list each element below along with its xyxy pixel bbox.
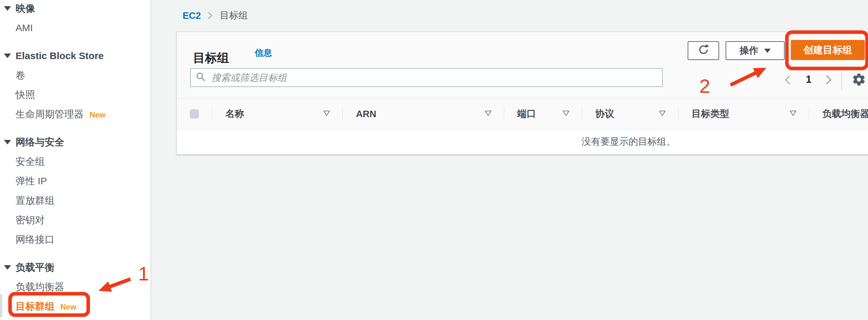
create-target-group-button[interactable]: 创建目标组 [791,40,865,60]
collapse-triangle-icon [4,140,11,144]
table-header-row: 名称 ARN 端口 协议 目标类型 负载均衡器 [177,98,868,129]
breadcrumb: EC2 目标组 [183,9,248,22]
column-header-port[interactable]: 端口 [504,99,583,129]
filter-icon[interactable] [658,110,666,118]
sidebar-item-snapshots[interactable]: 快照 [0,89,151,100]
filter-icon[interactable] [789,110,797,118]
collapse-triangle-icon [4,6,11,11]
sidebar-item-load-balancers[interactable]: 负载均衡器 [0,281,151,293]
table-empty-row: 没有要显示的目标组。 [177,129,868,154]
caret-down-icon [764,49,771,53]
sidebar-item-key-pairs[interactable]: 密钥对 [0,214,151,226]
table-header-checkbox-cell [177,99,213,129]
sidebar-item-network-interfaces[interactable]: 网络接口 [0,234,151,245]
breadcrumb-ec2-link[interactable]: EC2 [183,10,201,21]
current-page-number[interactable]: 1 [801,74,816,85]
filter-icon[interactable] [484,110,492,118]
new-badge: New [90,110,105,119]
sidebar-item-placement-groups[interactable]: 置放群组 [0,195,151,206]
empty-state-message: 没有要显示的目标组。 [582,135,676,148]
column-header-load-balancer[interactable]: 负载均衡器 [809,99,868,129]
previous-page-button[interactable] [783,74,793,87]
sidebar-group-images[interactable]: 映像 [0,3,151,14]
sidebar-group-load-balancing[interactable]: 负载平衡 [0,262,151,273]
sidebar-item-volumes[interactable]: 卷 [0,69,151,81]
sidebar-item-target-groups[interactable]: 目标群组New [0,300,151,312]
column-header-protocol[interactable]: 协议 [582,99,679,129]
collapse-triangle-icon [4,54,11,58]
sidebar-group-label: 映像 [16,3,35,13]
sidebar-group-label: 网络与安全 [16,137,64,147]
sidebar: 映像 AMI Elastic Block Store 卷 快照 生命周期管理器N… [0,0,151,320]
sidebar-item-security-groups[interactable]: 安全组 [0,156,151,168]
breadcrumb-current: 目标组 [220,9,248,22]
sidebar-scrollbar[interactable] [0,294,2,317]
filter-icon[interactable] [323,110,331,118]
panel-header: 目标组 信息 操作 创建目标组 1 [177,32,868,98]
search-input[interactable] [211,72,657,83]
column-header-target-type[interactable]: 目标类型 [679,99,809,129]
sidebar-group-network-security[interactable]: 网络与安全 [0,136,151,148]
actions-button-label: 操作 [740,44,758,57]
sidebar-group-ebs[interactable]: Elastic Block Store [0,50,151,62]
refresh-button[interactable] [688,41,719,60]
collapse-triangle-icon [4,265,11,270]
settings-gear-icon[interactable] [852,72,866,87]
refresh-icon [697,43,710,59]
new-badge: New [60,302,76,311]
sidebar-item-elastic-ip[interactable]: 弹性 IP [0,175,151,187]
column-header-arn[interactable]: ARN [343,99,504,129]
actions-button[interactable]: 操作 [725,41,785,60]
column-header-name[interactable]: 名称 [213,99,343,129]
target-groups-panel: 目标组 信息 操作 创建目标组 1 [176,31,868,155]
sidebar-group-label: Elastic Block Store [16,50,104,61]
divider [841,69,842,90]
search-icon [195,71,206,84]
filter-icon[interactable] [562,110,570,118]
sidebar-group-label: 负载平衡 [16,262,55,272]
search-box [190,68,663,87]
sidebar-item-lifecycle-manager[interactable]: 生命周期管理器New [0,108,151,120]
select-all-checkbox[interactable] [190,109,199,118]
page-title: 目标组 [193,50,229,66]
next-page-button[interactable] [824,74,834,87]
info-link[interactable]: 信息 [255,47,272,59]
chevron-right-icon [207,11,213,20]
sidebar-item-ami[interactable]: AMI [0,22,151,34]
